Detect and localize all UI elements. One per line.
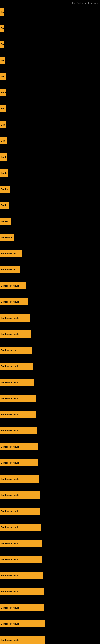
bar-item: Bottleneck result bbox=[0, 282, 26, 290]
bar-row: Bottleneck result bbox=[0, 503, 100, 519]
bar-label: Bottleneck result bbox=[1, 430, 19, 432]
bar-row: Bottle bbox=[0, 197, 100, 213]
bar-row: Bottleneck result bbox=[0, 310, 100, 326]
bar-row: Bottl bbox=[0, 84, 100, 100]
bar-label: Bottleneck resu bbox=[1, 349, 17, 352]
bar-item: Bottleneck result bbox=[0, 604, 44, 612]
bar-row: Bottleneck result bbox=[0, 487, 100, 503]
bar-item: Bott bbox=[0, 105, 6, 112]
bar-row: Bottleneck result bbox=[0, 616, 100, 632]
bar-row: Bott bbox=[0, 68, 100, 84]
bar-row: Bottleneck bbox=[0, 230, 100, 246]
bar-row: Bottleneck result bbox=[0, 632, 100, 644]
bar-row: Bottlen bbox=[0, 213, 100, 230]
bar-row: Bot bbox=[0, 36, 100, 52]
bar-item: Bottle bbox=[0, 202, 9, 209]
bar-row: Bottle bbox=[0, 165, 100, 181]
bar-label: Bottleneck result bbox=[1, 333, 19, 335]
bar-row: Bott bbox=[0, 100, 100, 117]
bar-item: Bottleneck result bbox=[0, 395, 36, 402]
bar-label: Bottleneck result bbox=[1, 639, 19, 641]
bar-label: Bottle bbox=[1, 172, 7, 174]
bar-row: Bottleneck result bbox=[0, 326, 100, 342]
bar-item: Bo bbox=[0, 8, 3, 16]
bar-item: Bottleneck result bbox=[0, 508, 40, 515]
bar-label: Bottleneck result bbox=[1, 381, 19, 384]
bar-item: Bott bbox=[0, 73, 6, 80]
bar-item: Bo bbox=[0, 24, 4, 32]
bar-label: Bo bbox=[1, 11, 3, 13]
bar-item: Bottleneck result bbox=[0, 363, 33, 370]
bar-item: Bottleneck result bbox=[0, 330, 31, 338]
bar-row: Bottleneck result bbox=[0, 552, 100, 568]
bar-label: Bottleneck result bbox=[1, 542, 19, 544]
bar-label: Bottleneck result bbox=[1, 510, 19, 512]
bar-item: Bottleneck result bbox=[0, 475, 39, 482]
bar-label: Bottleneck result bbox=[1, 301, 19, 303]
bar-label: Bottleneck result bbox=[1, 478, 19, 480]
bar-item: Bottl bbox=[0, 153, 7, 160]
bar-item: Bot bbox=[0, 41, 4, 48]
bar-label: Bott bbox=[1, 75, 5, 78]
bar-item: Bottleneck result bbox=[0, 443, 38, 450]
bar-row: Bottleneck result bbox=[0, 600, 100, 616]
bar-label: Bottlen bbox=[1, 220, 8, 222]
bar-row: Bottleneck result bbox=[0, 519, 100, 535]
bar-row: Bo bbox=[0, 4, 100, 20]
bar-row: Bott bbox=[0, 117, 100, 133]
bar-row: Bottl bbox=[0, 149, 100, 165]
bar-row: Bottleneck result bbox=[0, 294, 100, 310]
bar-item: Bottleneck resu bbox=[0, 346, 32, 354]
bar-label: Bottleneck result bbox=[1, 494, 19, 496]
bar-label: Bottleneck result bbox=[1, 317, 19, 319]
bar-label: Bott bbox=[1, 108, 5, 110]
bar-label: Bottleneck result bbox=[1, 558, 19, 561]
bar-label: Bottl bbox=[1, 91, 6, 94]
bar-item: Bottleneck re bbox=[0, 266, 20, 273]
bar-row: Bottleneck result bbox=[0, 439, 100, 455]
bar-row: Bottleneck result bbox=[0, 374, 100, 390]
bar-item: Bottlen bbox=[0, 186, 10, 193]
bar-label: Bottl bbox=[1, 156, 6, 158]
bars-container: BoBoBotBottBottBottlBottBottBottBottlBot… bbox=[0, 4, 100, 644]
bar-item: Bottleneck result bbox=[0, 459, 38, 466]
bar-item: Bottleneck result bbox=[0, 411, 36, 418]
bar-item: Bottleneck result bbox=[0, 588, 44, 595]
bar-row: Bottleneck result bbox=[0, 584, 100, 600]
bar-label: Bottleneck result bbox=[1, 365, 19, 368]
bar-item: Bottleneck bbox=[0, 234, 14, 241]
bar-label: Bott bbox=[1, 140, 5, 142]
bar-item: Bottleneck result bbox=[0, 620, 45, 628]
bar-item: Bott bbox=[0, 57, 5, 64]
bar-row: Bottleneck result bbox=[0, 535, 100, 552]
bar-item: Bottleneck result bbox=[0, 636, 45, 644]
bar-label: Bo bbox=[1, 27, 4, 30]
bar-row: Bottleneck re bbox=[0, 262, 100, 278]
bar-label: Bottleneck result bbox=[1, 574, 19, 577]
bar-item: Bott bbox=[0, 137, 7, 144]
bar-label: Bottle bbox=[1, 204, 7, 206]
bar-label: Bottleneck result bbox=[1, 397, 19, 400]
bar-item: Bottleneck result bbox=[0, 492, 40, 499]
bar-label: Bottleneck result bbox=[1, 462, 19, 464]
bar-row: Bottleneck result bbox=[0, 406, 100, 422]
bar-row: Bottlen bbox=[0, 181, 100, 197]
bar-row: Bottleneck result bbox=[0, 568, 100, 584]
bar-row: Bottleneck result bbox=[0, 390, 100, 406]
bar-row: Bottleneck resu bbox=[0, 246, 100, 262]
bar-label: Bottleneck result bbox=[1, 413, 19, 416]
bar-label: Bottleneck result bbox=[1, 526, 19, 528]
bar-row: Bott bbox=[0, 133, 100, 149]
bar-item: Bottleneck result bbox=[0, 298, 28, 306]
bar-label: Bot bbox=[1, 43, 4, 46]
bar-row: Bottleneck resu bbox=[0, 342, 100, 358]
bar-label: Bott bbox=[1, 124, 5, 126]
bar-label: Bott bbox=[1, 59, 5, 62]
bar-row: Bottleneck result bbox=[0, 471, 100, 487]
bar-label: Bottleneck result bbox=[1, 590, 19, 593]
bar-item: Bottle bbox=[0, 170, 8, 177]
bar-item: Bottleneck resu bbox=[0, 250, 22, 257]
bar-item: Bottleneck result bbox=[0, 314, 30, 322]
bar-label: Bottleneck result bbox=[1, 446, 19, 448]
bar-label: Bottleneck re bbox=[1, 268, 15, 271]
